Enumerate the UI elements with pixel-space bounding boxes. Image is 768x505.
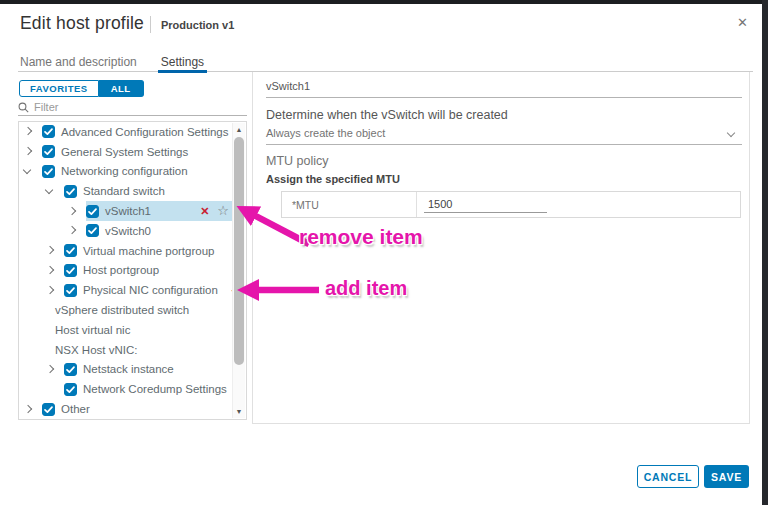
filter-input[interactable]: Filter xyxy=(18,99,247,116)
create-policy-label: Determine when the vSwitch will be creat… xyxy=(266,108,508,122)
tree-item[interactable]: Virtual machine portgroup xyxy=(19,241,232,261)
tree-checkbox[interactable] xyxy=(64,363,77,376)
search-icon xyxy=(18,102,29,113)
tree-item-label: Standard switch xyxy=(83,185,165,197)
page-title: Edit host profile xyxy=(20,13,144,34)
tab-name-and-description[interactable]: Name and description xyxy=(20,55,137,71)
tree-item-label: vSwitch1 xyxy=(105,205,151,217)
mtu-assign-heading: Assign the specified MTU xyxy=(266,173,400,185)
tree-checkbox[interactable] xyxy=(64,244,77,257)
mtu-policy-heading: MTU policy xyxy=(266,154,329,168)
tree-item[interactable]: General System Settings xyxy=(19,142,232,162)
tree-item-label: vSphere distributed switch xyxy=(55,304,189,316)
browser-top-edge xyxy=(0,0,768,4)
tree-item-label: Host virtual nic xyxy=(55,324,130,336)
chevron-right-icon[interactable] xyxy=(44,245,55,256)
chevron-right-icon[interactable] xyxy=(44,364,55,375)
tree-item-label: Other xyxy=(61,403,90,415)
tree-item-label: Physical NIC configuration xyxy=(83,284,218,296)
tree-item-label: Advanced Configuration Settings xyxy=(61,126,229,138)
tab-settings[interactable]: Settings xyxy=(161,55,204,71)
scroll-up-icon[interactable]: ▲ xyxy=(233,126,245,133)
tree-checkbox[interactable] xyxy=(42,145,55,158)
chevron-right-icon[interactable] xyxy=(22,146,33,157)
profile-name: Production v1 xyxy=(161,19,234,31)
remove-item-icon[interactable]: ✕ xyxy=(198,205,211,218)
chevron-right-icon[interactable] xyxy=(66,225,77,236)
tree-checkbox[interactable] xyxy=(64,185,77,198)
tree-item-label: Host portgroup xyxy=(83,264,159,276)
tab-bar: Name and description Settings xyxy=(18,55,753,72)
chevron-down-icon[interactable] xyxy=(44,186,55,197)
mtu-field-row: *MTU 1500 xyxy=(281,191,741,218)
tree-checkbox[interactable] xyxy=(86,205,99,218)
scrollbar-thumb[interactable] xyxy=(234,137,244,365)
tree-item[interactable]: Advanced Configuration Settings xyxy=(19,122,232,142)
tab-settings-label: Settings xyxy=(161,55,204,69)
vswitch-name-input[interactable]: vSwitch1 xyxy=(266,80,742,98)
mtu-field-cell: 1500 xyxy=(417,192,740,217)
tree-item[interactable]: Networking configuration xyxy=(19,162,232,182)
chevron-right-icon[interactable] xyxy=(66,206,77,217)
create-policy-value: Always create the object xyxy=(266,127,385,139)
tree-checkbox[interactable] xyxy=(42,125,55,138)
tree-scrollbar[interactable]: ▲ ▼ xyxy=(232,123,245,418)
favorites-all-toggle: FAVORITES ALL xyxy=(19,80,144,97)
tree-checkbox[interactable] xyxy=(42,165,55,178)
active-tab-underline xyxy=(158,70,207,73)
tree-item-label: Networking configuration xyxy=(61,165,188,177)
scroll-down-icon[interactable]: ▼ xyxy=(233,408,245,415)
save-button[interactable]: SAVE xyxy=(704,465,749,488)
tree-item-label: General System Settings xyxy=(61,146,188,158)
tree-item[interactable]: NSX Host vNIC: xyxy=(19,340,232,360)
tree-item-label: NSX Host vNIC: xyxy=(55,344,137,356)
favorite-star-icon[interactable]: ☆ xyxy=(217,205,229,217)
tree-item-label: Network Coredump Settings xyxy=(83,383,227,395)
settings-tree: Advanced Configuration SettingsGeneral S… xyxy=(18,121,247,420)
add-item-annotation: add item xyxy=(325,277,407,300)
filter-placeholder: Filter xyxy=(34,101,58,113)
tree-item[interactable]: Standard switch xyxy=(19,181,232,201)
chevron-down-icon[interactable] xyxy=(22,166,33,177)
tree-item[interactable]: vSwitch1✕☆ xyxy=(19,201,232,221)
create-policy-select[interactable]: Always create the object xyxy=(266,127,742,145)
tree-item[interactable]: Physical NIC configuration+☆ xyxy=(19,280,232,300)
tree-checkbox[interactable] xyxy=(42,403,55,416)
tree-item-label: Virtual machine portgroup xyxy=(83,245,214,257)
close-icon[interactable]: ✕ xyxy=(737,15,748,30)
mtu-field-label: *MTU xyxy=(282,192,417,217)
tree-item-label: vSwitch0 xyxy=(105,225,151,237)
tree-rows: Advanced Configuration SettingsGeneral S… xyxy=(19,122,232,419)
tree-item[interactable]: vSwitch0 xyxy=(19,221,232,241)
title-divider xyxy=(150,16,151,33)
tree-item-label: Netstack instance xyxy=(83,363,174,375)
mtu-input[interactable]: 1500 xyxy=(424,197,547,213)
tree-item[interactable]: Netstack instance xyxy=(19,360,232,380)
tree-checkbox[interactable] xyxy=(64,264,77,277)
chevron-right-icon[interactable] xyxy=(44,265,55,276)
remove-item-annotation: remove item xyxy=(299,225,423,249)
tree-item[interactable]: Host virtual nic xyxy=(19,320,232,340)
chevron-right-icon[interactable] xyxy=(44,285,55,296)
cancel-button[interactable]: CANCEL xyxy=(637,465,699,488)
tree-item[interactable]: vSphere distributed switch xyxy=(19,300,232,320)
tree-checkbox[interactable] xyxy=(64,284,77,297)
tree-item[interactable]: Network Coredump Settings xyxy=(19,379,232,399)
tree-item[interactable]: Host portgroup xyxy=(19,261,232,281)
tree-item[interactable]: Other xyxy=(19,399,232,419)
chevron-right-icon[interactable] xyxy=(22,404,33,415)
all-button[interactable]: ALL xyxy=(99,80,144,97)
chevron-down-icon xyxy=(727,130,736,139)
chevron-right-icon[interactable] xyxy=(22,126,33,137)
favorites-button[interactable]: FAVORITES xyxy=(19,80,99,97)
tree-checkbox[interactable] xyxy=(64,383,77,396)
tree-checkbox[interactable] xyxy=(86,224,99,237)
browser-scrollbar[interactable] xyxy=(762,0,768,505)
